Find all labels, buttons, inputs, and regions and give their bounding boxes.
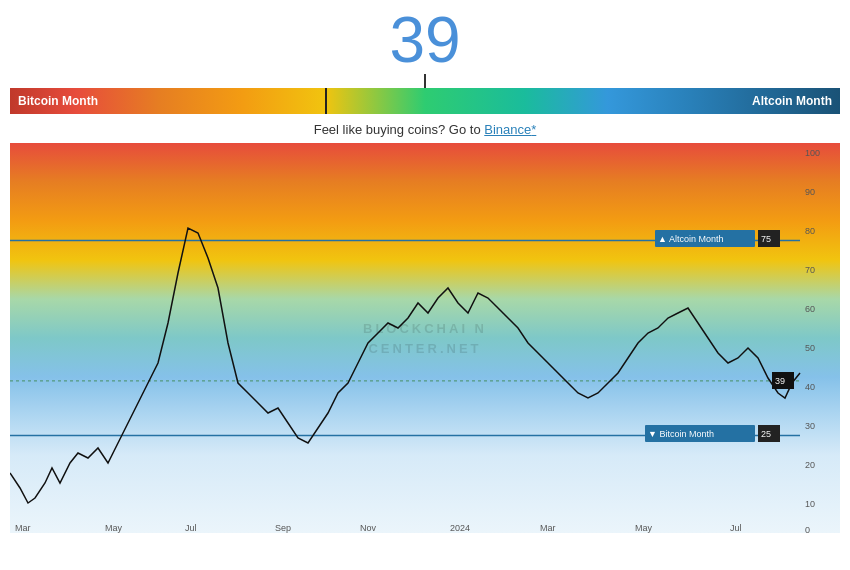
score-indicator-line (424, 74, 426, 88)
svg-text:25: 25 (761, 429, 771, 439)
score-display: 39 (389, 8, 460, 72)
app-container: 39 Bitcoin Month Altcoin Month Feel like… (0, 0, 850, 570)
svg-text:May: May (105, 523, 123, 533)
chart-svg: 100 90 80 70 60 50 40 30 20 10 0 Mar May… (10, 143, 840, 533)
svg-text:Jul: Jul (185, 523, 197, 533)
svg-text:39: 39 (775, 376, 785, 386)
gradient-bar-container: Bitcoin Month Altcoin Month (10, 88, 840, 114)
svg-text:Sep: Sep (275, 523, 291, 533)
svg-text:75: 75 (761, 234, 771, 244)
svg-text:May: May (635, 523, 653, 533)
svg-text:Mar: Mar (540, 523, 556, 533)
svg-text:Nov: Nov (360, 523, 377, 533)
svg-text:30: 30 (805, 421, 815, 431)
svg-text:0: 0 (805, 525, 810, 533)
svg-text:60: 60 (805, 304, 815, 314)
svg-text:50: 50 (805, 343, 815, 353)
svg-text:▼ Bitcoin Month: ▼ Bitcoin Month (648, 429, 714, 439)
svg-text:2024: 2024 (450, 523, 470, 533)
gradient-bar: Bitcoin Month Altcoin Month (10, 88, 840, 114)
binance-link[interactable]: Binance* (484, 122, 536, 137)
svg-text:Jul: Jul (730, 523, 742, 533)
svg-text:10: 10 (805, 499, 815, 509)
svg-text:90: 90 (805, 187, 815, 197)
svg-text:100: 100 (805, 148, 820, 158)
promo-text: Feel like buying coins? Go to Binance* (314, 122, 537, 137)
bar-indicator (325, 88, 327, 114)
altcoin-month-label: Altcoin Month (744, 88, 840, 114)
svg-text:40: 40 (805, 382, 815, 392)
svg-text:Mar: Mar (15, 523, 31, 533)
bitcoin-month-label: Bitcoin Month (10, 88, 106, 114)
svg-text:20: 20 (805, 460, 815, 470)
chart-container: BLOCKCHAI N CENTER.NET 100 90 80 70 60 5… (10, 143, 840, 533)
svg-text:70: 70 (805, 265, 815, 275)
svg-text:▲ Altcoin Month: ▲ Altcoin Month (658, 234, 723, 244)
svg-text:80: 80 (805, 226, 815, 236)
